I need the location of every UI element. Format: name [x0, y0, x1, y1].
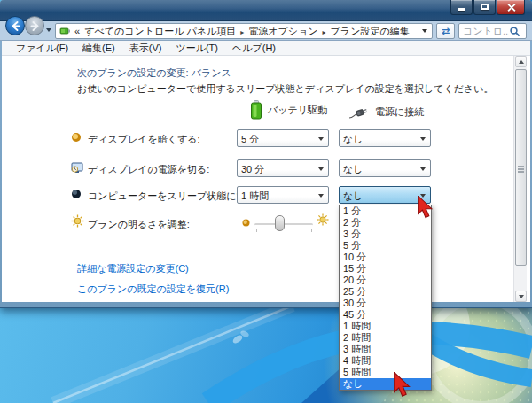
- address-dropdown-button[interactable]: [418, 29, 432, 33]
- menu-item[interactable]: 表示(V): [122, 42, 169, 55]
- combo-display-off-ac[interactable]: なし: [339, 159, 431, 177]
- search-box: [458, 23, 527, 39]
- dropdown-option[interactable]: 45 分: [340, 309, 431, 321]
- maximize-button[interactable]: [473, 0, 496, 15]
- chevron-down-icon: [519, 295, 524, 298]
- setting-label: ディスプレイの電源を切る:: [88, 163, 209, 176]
- dropdown-option[interactable]: 1 時間: [340, 321, 431, 332]
- dropdown-option[interactable]: 30 分: [340, 298, 431, 309]
- refresh-button[interactable]: [436, 23, 455, 39]
- dropdown-option[interactable]: 3 分: [340, 229, 431, 240]
- minimize-icon: [458, 8, 466, 11]
- combo-dim-ac[interactable]: なし: [339, 129, 431, 147]
- close-icon: [506, 3, 516, 12]
- dropdown-option[interactable]: 25 分: [340, 286, 431, 298]
- back-button[interactable]: [5, 16, 25, 35]
- brightness-slider-thumb[interactable]: [275, 215, 285, 231]
- restore-defaults-link[interactable]: このプランの既定の設定を復元(R): [77, 283, 229, 296]
- battery-column-label: バッテリ駆動: [268, 104, 327, 117]
- menu-item[interactable]: 編集(E): [75, 42, 122, 55]
- brightness-label: プランの明るさを調整:: [88, 218, 190, 231]
- chevron-up-icon: [519, 60, 524, 64]
- address-bar[interactable]: « すべてのコントロール パネル項目電源オプションプラン設定の編集: [55, 23, 433, 39]
- sleep-ac-dropdown-list: 1 分2 分3 分5 分10 分15 分20 分25 分30 分45 分1 時間…: [339, 205, 432, 391]
- red-cursor-icon: [394, 372, 414, 399]
- instruction-text: お使いのコンピューターで使用するスリープ状態とディスプレイの設定を選択してくださ…: [77, 82, 493, 96]
- forward-arrow-icon: [29, 20, 41, 32]
- search-icon: [509, 26, 520, 37]
- menu-item[interactable]: ファイル(F): [9, 42, 75, 55]
- dropdown-option[interactable]: 4 時間: [340, 355, 431, 367]
- content-area: 次のプランの設定の変更: バランス お使いのコンピューターで使用するスリープ状態…: [2, 56, 530, 302]
- back-arrow-icon: [10, 20, 21, 32]
- chevron-down-icon: [318, 137, 324, 141]
- page-title: 次のプランの設定の変更: バランス: [77, 66, 231, 80]
- battery-icon: [250, 100, 262, 120]
- dropdown-option[interactable]: 2 時間: [340, 332, 431, 344]
- dropdown-option[interactable]: 20 分: [340, 275, 431, 286]
- breadcrumb: すべてのコントロール パネル項目電源オプションプラン設定の編集: [84, 25, 410, 38]
- menu-bar: ファイル(F)編集(E)表示(V)ツール(T)ヘルプ(H): [2, 41, 530, 56]
- ac-power-icon: [348, 106, 370, 119]
- title-bar[interactable]: [0, 0, 532, 21]
- scroll-up-button[interactable]: [515, 56, 527, 67]
- history-chevron-icon[interactable]: [46, 28, 51, 32]
- search-input[interactable]: [459, 26, 509, 36]
- breadcrumb-item[interactable]: すべてのコントロール パネル項目: [84, 26, 248, 36]
- maximize-icon: [481, 4, 489, 10]
- combo-display-off-battery[interactable]: 30 分: [237, 159, 329, 177]
- dropdown-option[interactable]: 5 時間: [340, 367, 431, 378]
- battery-column-header: バッテリ駆動: [250, 100, 327, 120]
- breadcrumb-overflow[interactable]: «: [74, 26, 80, 36]
- dim-display-icon: [71, 132, 82, 143]
- chevron-down-icon: [420, 167, 426, 171]
- close-button[interactable]: [497, 0, 525, 15]
- combo-dim-battery[interactable]: 5 分: [237, 129, 329, 147]
- menu-item[interactable]: ヘルプ(H): [225, 42, 283, 55]
- scrollbar-thumb[interactable]: [515, 69, 527, 266]
- red-cursor-icon: [418, 196, 436, 220]
- ac-column-label: 電源に接続: [375, 105, 424, 119]
- dropdown-option[interactable]: 3 時間: [340, 344, 431, 355]
- ac-column-header: 電源に接続: [348, 105, 424, 119]
- setting-row-sleep: コンピューターをスリープ状態にする: 1 時間 なし: [69, 186, 434, 205]
- dropdown-option[interactable]: 10 分: [340, 252, 431, 263]
- setting-label: コンピューターをスリープ状態にする:: [88, 190, 259, 203]
- brightness-low-icon: [242, 219, 250, 227]
- chevron-down-icon: [318, 167, 324, 171]
- combo-sleep-battery[interactable]: 1 時間: [237, 186, 329, 204]
- chevron-down-icon: [318, 194, 324, 198]
- setting-row-dim-display: ディスプレイを暗くする: 5 分 なし: [69, 129, 434, 149]
- explorer-window: « すべてのコントロール パネル項目電源オプションプラン設定の編集 ファイル(F…: [0, 0, 532, 308]
- power-options-icon: [59, 26, 71, 36]
- chevron-down-icon: [422, 29, 427, 33]
- advanced-power-settings-link[interactable]: 詳細な電源設定の変更(C): [77, 262, 189, 275]
- brightness-high-icon: [317, 213, 329, 226]
- setting-label: ディスプレイを暗くする:: [88, 133, 200, 146]
- vertical-scrollbar[interactable]: [513, 56, 527, 302]
- navigation-bar: « すべてのコントロール パネル項目電源オプションプラン設定の編集: [0, 21, 532, 41]
- dropdown-option[interactable]: 5 分: [340, 240, 431, 252]
- sleep-icon: [71, 189, 82, 199]
- forward-button[interactable]: [25, 16, 44, 35]
- slider-tick: [311, 229, 312, 232]
- breadcrumb-item[interactable]: プラン設定の編集: [331, 26, 410, 36]
- dropdown-option[interactable]: 15 分: [340, 263, 431, 275]
- setting-row-display-off: ディスプレイの電源を切る: 30 分 なし: [69, 159, 434, 179]
- dropdown-option[interactable]: なし: [340, 378, 431, 390]
- minimize-button[interactable]: [450, 0, 473, 15]
- caption-buttons: [450, 0, 525, 15]
- display-power-icon: [71, 162, 83, 174]
- brightness-icon: [71, 214, 84, 228]
- breadcrumb-item[interactable]: 電源オプション: [248, 26, 330, 36]
- menu-item[interactable]: ツール(T): [168, 42, 225, 55]
- chevron-down-icon: [420, 137, 426, 141]
- scrollbar-grip-icon: [518, 166, 524, 167]
- scroll-down-button[interactable]: [515, 291, 527, 302]
- screen: « すべてのコントロール パネル項目電源オプションプラン設定の編集 ファイル(F…: [0, 0, 532, 403]
- slider-tick: [256, 229, 257, 232]
